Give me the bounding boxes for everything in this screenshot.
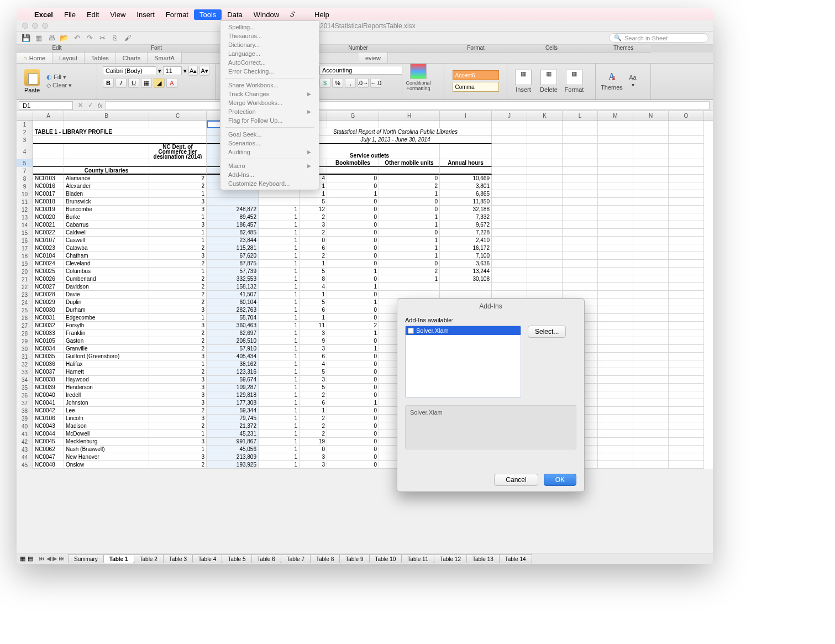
row-header[interactable]: 1 xyxy=(17,121,33,128)
menu-item[interactable]: Protection▶ xyxy=(220,107,319,116)
cell[interactable] xyxy=(492,275,527,283)
cell[interactable] xyxy=(633,198,669,206)
cell[interactable] xyxy=(598,190,633,198)
cell[interactable]: 1 xyxy=(259,453,300,461)
cell[interactable] xyxy=(327,121,379,128)
row-header[interactable]: 18 xyxy=(17,252,33,260)
cell[interactable] xyxy=(492,198,527,206)
cell[interactable]: 3 xyxy=(149,415,207,422)
format-cells[interactable]: ▦Format xyxy=(561,64,587,98)
cell[interactable]: 0 xyxy=(327,384,379,391)
cell[interactable]: 115,281 xyxy=(207,244,259,252)
cell[interactable]: 2 xyxy=(149,275,207,283)
cell[interactable]: 1 xyxy=(259,407,300,415)
cell[interactable]: Alamance xyxy=(64,175,149,182)
cell[interactable] xyxy=(633,360,669,368)
copy-icon[interactable]: ⎘ xyxy=(110,33,120,43)
cell[interactable] xyxy=(563,136,598,144)
cell[interactable]: Caswell xyxy=(64,237,149,244)
cell[interactable]: 0 xyxy=(327,453,379,461)
menu-window[interactable]: Window xyxy=(248,9,285,20)
cell[interactable] xyxy=(492,167,527,175)
cell[interactable]: July 1, 2013 - June 30, 2014 xyxy=(300,136,492,144)
cell[interactable]: NC0028 xyxy=(33,291,64,299)
cell[interactable]: NC0038 xyxy=(33,376,64,384)
cell[interactable] xyxy=(598,368,633,376)
sheet-tab[interactable]: Table 1 xyxy=(103,554,134,563)
cell[interactable]: 89,452 xyxy=(207,213,259,221)
row-header[interactable]: 28 xyxy=(17,329,33,337)
cell[interactable]: Alexander xyxy=(64,182,149,190)
row-header[interactable]: 11 xyxy=(17,198,33,206)
search-input[interactable]: 🔍 Search in Sheet xyxy=(609,33,708,43)
cell[interactable] xyxy=(563,159,598,167)
ribbon-tab[interactable]: eview xyxy=(359,53,388,63)
cell[interactable]: Buncombe xyxy=(64,206,149,213)
comma-icon[interactable]: , xyxy=(345,78,356,88)
row-header[interactable]: 43 xyxy=(17,446,33,453)
cell[interactable] xyxy=(633,206,669,213)
sheet-tab[interactable]: Table 9 xyxy=(339,554,369,563)
cell[interactable]: 9 xyxy=(300,337,327,345)
cell[interactable]: 2 xyxy=(149,461,207,469)
cell[interactable]: 79,745 xyxy=(207,415,259,422)
cell[interactable]: 1 xyxy=(379,190,440,198)
print-icon[interactable]: 🖶 xyxy=(46,33,56,43)
inc-dec-icon[interactable]: .0→ xyxy=(358,78,369,88)
cell[interactable]: 87,875 xyxy=(207,260,259,268)
cell[interactable]: 1 xyxy=(300,407,327,415)
cell[interactable]: NC Dept. of Commerce tier designation (2… xyxy=(149,144,207,159)
row-header[interactable]: 36 xyxy=(17,391,33,399)
cell[interactable] xyxy=(598,128,633,136)
cell[interactable] xyxy=(149,121,207,128)
menu-item[interactable]: AutoCorrect... xyxy=(220,58,319,67)
cell[interactable]: 1 xyxy=(300,291,327,299)
cell[interactable]: Bookmobiles xyxy=(327,159,379,167)
cell[interactable] xyxy=(669,229,704,237)
cell[interactable] xyxy=(563,144,598,159)
cell[interactable]: NC0033 xyxy=(33,329,64,337)
cell[interactable]: Brunswick xyxy=(64,198,149,206)
cell[interactable]: Lee xyxy=(64,407,149,415)
cell[interactable] xyxy=(669,291,704,299)
fx-icon[interactable]: fx xyxy=(95,102,105,109)
cell[interactable]: 1 xyxy=(259,430,300,438)
cell[interactable]: 129,818 xyxy=(207,391,259,399)
cell[interactable] xyxy=(379,121,440,128)
cell[interactable]: 2 xyxy=(149,329,207,337)
cell[interactable] xyxy=(633,167,669,175)
row-header[interactable]: 29 xyxy=(17,337,33,345)
prev-sheet-icon[interactable]: ◀ xyxy=(46,555,51,562)
cell[interactable]: 3 xyxy=(149,322,207,329)
script-icon[interactable]: 𝓢 xyxy=(285,9,300,20)
cell[interactable]: TABLE 1 - LIBRARY PROFILE xyxy=(33,128,207,136)
cell[interactable] xyxy=(633,182,669,190)
col-header[interactable]: J xyxy=(492,111,527,120)
cell[interactable]: 2 xyxy=(300,430,327,438)
cell[interactable] xyxy=(598,275,633,283)
cell[interactable]: NC0016 xyxy=(33,182,64,190)
cell[interactable]: NC0030 xyxy=(33,306,64,314)
cell[interactable] xyxy=(598,283,633,291)
cell[interactable] xyxy=(598,299,633,306)
menu-file[interactable]: File xyxy=(59,9,81,20)
cell[interactable]: NC0026 xyxy=(33,275,64,283)
menu-help[interactable]: Help xyxy=(309,9,335,20)
cell[interactable]: 0 xyxy=(327,368,379,376)
cell[interactable] xyxy=(633,391,669,399)
cell[interactable]: 2 xyxy=(149,337,207,345)
cell[interactable] xyxy=(563,283,598,291)
cell[interactable]: NC0103 xyxy=(33,175,64,182)
cell[interactable] xyxy=(669,345,704,353)
cell[interactable]: 57,739 xyxy=(207,268,259,275)
menu-item[interactable]: Merge Workbooks... xyxy=(220,98,319,107)
cell[interactable]: 0 xyxy=(327,337,379,345)
row-header[interactable]: 40 xyxy=(17,422,33,430)
cell[interactable] xyxy=(669,128,704,136)
menu-item[interactable]: Language... xyxy=(220,49,319,58)
cell[interactable] xyxy=(669,353,704,360)
cell[interactable] xyxy=(563,291,598,299)
cell[interactable] xyxy=(669,260,704,268)
cell[interactable]: Haywood xyxy=(64,376,149,384)
cell[interactable]: Davidson xyxy=(64,283,149,291)
